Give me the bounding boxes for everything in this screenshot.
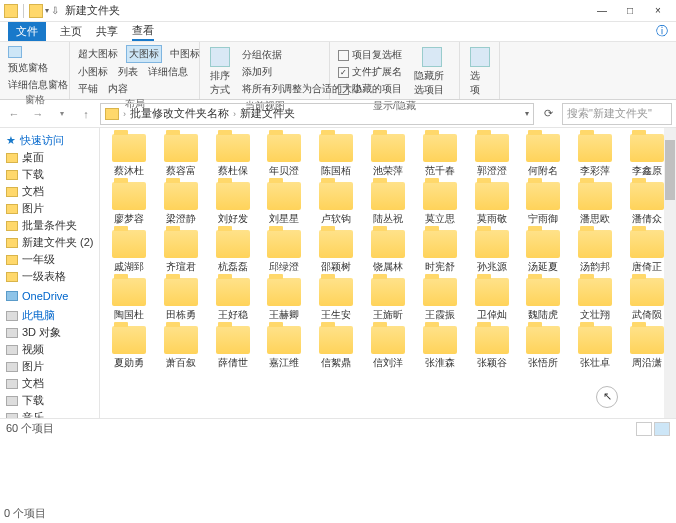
folder-item[interactable]: 郭澄澄 <box>467 134 517 178</box>
sidebar-onedrive[interactable]: OneDrive <box>2 289 97 303</box>
navigation-pane[interactable]: ★快速访问 桌面下载文档图片批量条件夹新建文件夹 (2)一年级一级表格 OneD… <box>0 128 100 418</box>
folder-item[interactable]: 信絮鼎 <box>311 326 361 370</box>
folder-item[interactable]: 薛倩世 <box>208 326 258 370</box>
layout-list[interactable]: 列表 <box>116 64 140 80</box>
folder-item[interactable]: 潘思欧 <box>570 182 620 226</box>
back-button[interactable]: ← <box>4 104 24 124</box>
folder-item[interactable]: 何附名 <box>519 134 569 178</box>
folder-item[interactable]: 张颖谷 <box>467 326 517 370</box>
sidebar-item[interactable]: 一级表格 <box>2 268 97 285</box>
folder-item[interactable]: 王霞振 <box>415 278 465 322</box>
folder-item[interactable]: 萧百叙 <box>156 326 206 370</box>
folder-item[interactable]: 梁澄静 <box>156 182 206 226</box>
tab-home[interactable]: 主页 <box>60 24 82 39</box>
folder-item[interactable]: 邱绿澄 <box>259 230 309 274</box>
sort-button[interactable]: 排序方式 <box>206 45 234 99</box>
folder-item[interactable]: 张悟所 <box>519 326 569 370</box>
nav-pane-button[interactable] <box>6 45 63 59</box>
qat-overflow[interactable]: ⇩ <box>51 5 59 16</box>
folder-item[interactable]: 年贝澄 <box>259 134 309 178</box>
layout-large[interactable]: 大图标 <box>126 45 162 63</box>
folder-item[interactable]: 李彩萍 <box>570 134 620 178</box>
sidebar-item[interactable]: 音乐 <box>2 409 97 418</box>
folder-item[interactable]: 信刘洋 <box>363 326 413 370</box>
scrollbar[interactable] <box>664 128 676 418</box>
forward-button[interactable]: → <box>28 104 48 124</box>
layout-details[interactable]: 详细信息 <box>146 64 190 80</box>
folder-item[interactable]: 蔡沐杜 <box>104 134 154 178</box>
scrollbar-thumb[interactable] <box>665 140 675 200</box>
sidebar-item[interactable]: 批量条件夹 <box>2 217 97 234</box>
folder-item[interactable]: 田栋勇 <box>156 278 206 322</box>
folder-item[interactable]: 汤延夏 <box>519 230 569 274</box>
folder-item[interactable]: 夏勋勇 <box>104 326 154 370</box>
folder-item[interactable]: 莫立思 <box>415 182 465 226</box>
sidebar-item[interactable]: 图片 <box>2 200 97 217</box>
tab-file[interactable]: 文件 <box>8 22 46 41</box>
recent-dropdown[interactable]: ▾ <box>52 104 72 124</box>
folder-item[interactable]: 王赫卿 <box>259 278 309 322</box>
folder-item[interactable]: 廖梦容 <box>104 182 154 226</box>
folder-item[interactable]: 魏陆虎 <box>519 278 569 322</box>
folder-item[interactable]: 邵颖树 <box>311 230 361 274</box>
layout-small[interactable]: 小图标 <box>76 64 110 80</box>
folder-item[interactable]: 时宪舒 <box>415 230 465 274</box>
sidebar-quick-access[interactable]: ★快速访问 <box>2 132 97 149</box>
folder-item[interactable]: 池荣萍 <box>363 134 413 178</box>
folder-item[interactable]: 孙兆源 <box>467 230 517 274</box>
refresh-button[interactable]: ⟳ <box>538 107 558 120</box>
chk-file-ext[interactable]: 文件扩展名 <box>336 64 404 80</box>
folder-item[interactable]: 卢软钩 <box>311 182 361 226</box>
folder-item[interactable]: 宁雨御 <box>519 182 569 226</box>
folder-item[interactable]: 齐瑄君 <box>156 230 206 274</box>
sidebar-item[interactable]: 新建文件夹 (2) <box>2 234 97 251</box>
address-bar[interactable]: › 批量修改文件夹名称 › 新建文件夹 ▾ <box>100 103 534 125</box>
sidebar-item[interactable]: 下载 <box>2 392 97 409</box>
folder-item[interactable]: 饶属林 <box>363 230 413 274</box>
help-icon[interactable]: ⓘ <box>656 23 668 40</box>
sidebar-this-pc[interactable]: 此电脑 <box>2 307 97 324</box>
layout-tiles[interactable]: 平铺 <box>76 81 100 97</box>
folder-item[interactable]: 刘好发 <box>208 182 258 226</box>
chk-item-checkboxes[interactable]: 项目复选框 <box>336 47 404 63</box>
layout-xlarge[interactable]: 超大图标 <box>76 46 120 62</box>
minimize-button[interactable]: — <box>588 1 616 21</box>
details-pane-button[interactable]: 详细信息窗格 <box>6 77 63 93</box>
folder-item[interactable]: 杭磊磊 <box>208 230 258 274</box>
content-area[interactable]: 蔡沐杜蔡容富蔡杜保年贝澄陈国栢池荣萍范千春郭澄澄何附名李彩萍李鑫原廖梦容梁澄静刘… <box>100 128 676 418</box>
sidebar-item[interactable]: 文档 <box>2 183 97 200</box>
folder-item[interactable]: 文壮翔 <box>570 278 620 322</box>
folder-item[interactable]: 莫雨敬 <box>467 182 517 226</box>
sidebar-item[interactable]: 下载 <box>2 166 97 183</box>
preview-pane-button[interactable]: 预览窗格 <box>6 60 63 76</box>
folder-item[interactable]: 张壮卓 <box>570 326 620 370</box>
tab-view[interactable]: 查看 <box>132 23 154 41</box>
folder-item[interactable]: 陈国栢 <box>311 134 361 178</box>
crumb-1[interactable]: 批量修改文件夹名称 <box>130 106 229 121</box>
folder-item[interactable]: 卫倬灿 <box>467 278 517 322</box>
folder-item[interactable]: 戚湖郅 <box>104 230 154 274</box>
folder-item[interactable]: 蔡容富 <box>156 134 206 178</box>
folder-item[interactable]: 刘星星 <box>259 182 309 226</box>
qat-dropdown-icon[interactable]: ▾ <box>45 6 49 15</box>
view-icons-button[interactable] <box>654 422 670 436</box>
view-details-button[interactable] <box>636 422 652 436</box>
maximize-button[interactable]: □ <box>616 1 644 21</box>
folder-item[interactable]: 蔡杜保 <box>208 134 258 178</box>
up-button[interactable]: ↑ <box>76 104 96 124</box>
folder-item[interactable]: 汤韵邦 <box>570 230 620 274</box>
folder-item[interactable]: 王生安 <box>311 278 361 322</box>
folder-item[interactable]: 王好稳 <box>208 278 258 322</box>
layout-medium[interactable]: 中图标 <box>168 46 202 62</box>
sidebar-item[interactable]: 文档 <box>2 375 97 392</box>
folder-item[interactable]: 范千春 <box>415 134 465 178</box>
sidebar-item[interactable]: 图片 <box>2 358 97 375</box>
options-button[interactable]: 选项 <box>466 45 493 99</box>
sidebar-item[interactable]: 3D 对象 <box>2 324 97 341</box>
tab-share[interactable]: 共享 <box>96 24 118 39</box>
hide-selected-button[interactable]: 隐藏所选项目 <box>410 45 453 99</box>
folder-item[interactable]: 嘉江维 <box>259 326 309 370</box>
folder-item[interactable]: 王旆昕 <box>363 278 413 322</box>
close-button[interactable]: × <box>644 1 672 21</box>
chk-hidden-items[interactable]: 隐藏的项目 <box>336 81 404 97</box>
